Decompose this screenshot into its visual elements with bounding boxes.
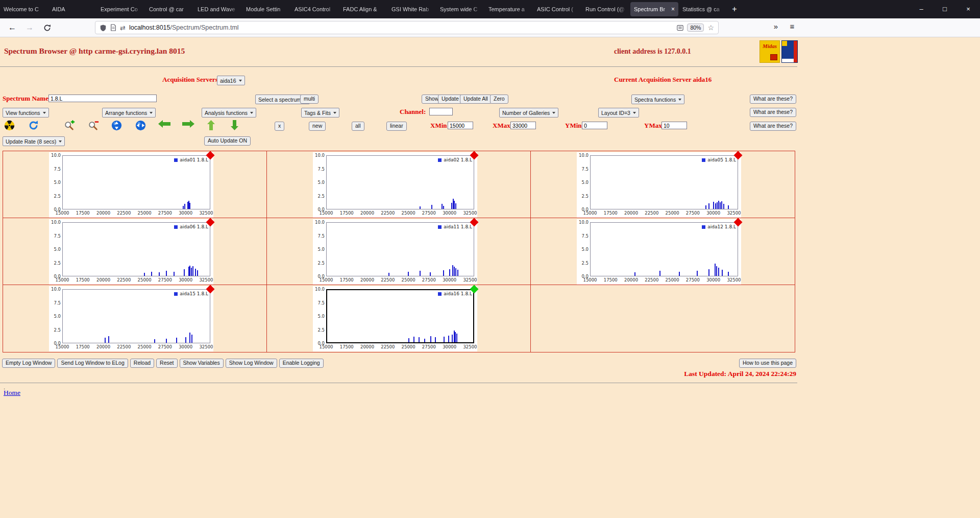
analysis-functions-dropdown[interactable]: Analysis functions — [202, 108, 256, 117]
enable-logging-button[interactable]: Enable Logging — [279, 359, 324, 368]
pan-down-icon[interactable] — [231, 120, 238, 130]
shield-icon[interactable] — [100, 24, 107, 32]
spectrum-plot-aida12[interactable]: 10.07.55.02.50.0150001750020000225002500… — [577, 219, 741, 285]
forward-button[interactable]: → — [22, 20, 37, 35]
xmax-input[interactable] — [510, 122, 536, 129]
institute-logo-red — [794, 41, 797, 62]
new-tab-button[interactable]: + — [727, 2, 742, 16]
ymax-input[interactable] — [662, 122, 687, 129]
toolbar-overflow-icon[interactable]: » — [770, 22, 782, 31]
how-to-use-button[interactable]: How to use this page — [739, 359, 796, 368]
reload-icon[interactable] — [40, 20, 54, 35]
spectra-functions-dropdown[interactable]: Spectra functions — [631, 95, 684, 104]
tags-fits-dropdown[interactable]: Tags & Fits — [301, 108, 339, 117]
acquisition-server-select[interactable]: aida16 — [217, 76, 245, 85]
linear-button[interactable]: linear — [386, 122, 407, 131]
spectrum-plot-aida11[interactable]: 10.07.55.02.50.0150001750020000225002500… — [313, 219, 477, 285]
update-all-button[interactable]: Update All — [460, 95, 492, 104]
page-info-icon[interactable] — [110, 24, 116, 31]
spectrum-plot-aida16[interactable]: 10.07.55.02.50.0150001750020000225002500… — [313, 286, 477, 351]
tab-welcome-to-c[interactable]: Welcome to C — [0, 2, 48, 16]
tab-run-control[interactable]: Run Control (@ — [582, 2, 630, 16]
tab-aida[interactable]: AIDA — [48, 2, 96, 16]
zoom-out-icon[interactable] — [88, 120, 99, 131]
window-close-button[interactable]: × — [957, 0, 980, 18]
bookmark-star-icon[interactable]: ☆ — [707, 23, 714, 32]
expand-y-icon[interactable] — [111, 120, 122, 131]
legend-text: aida01 1.8.L — [180, 157, 208, 162]
arrange-functions-dropdown[interactable]: Arrange functions — [102, 108, 156, 117]
app-menu-icon[interactable]: ≡ — [786, 22, 798, 31]
back-button[interactable]: ← — [5, 20, 19, 35]
tab-gsi-white-rab[interactable]: GSI White Rab — [388, 2, 436, 16]
what-are-these-button-2[interactable]: What are these? — [750, 108, 796, 117]
spectrum-plot-aida05[interactable]: 10.07.55.02.50.0150001750020000225002500… — [577, 152, 741, 218]
tab-experiment-co[interactable]: Experiment Co — [97, 2, 145, 16]
show-log-window-button[interactable]: Show Log Window — [226, 359, 277, 368]
zoom-in-icon[interactable] — [64, 120, 75, 131]
tab-system-wide-c[interactable]: System wide C — [436, 2, 484, 16]
pan-right-icon[interactable] — [182, 120, 194, 128]
auto-update-button[interactable]: Auto Update ON — [204, 136, 251, 146]
arrange-functions-value: Arrange functions — [105, 110, 147, 116]
tab-asic-control[interactable]: ASIC Control ( — [533, 2, 581, 16]
multi-button[interactable]: multi — [300, 95, 318, 104]
what-are-these-button-1[interactable]: What are these? — [750, 95, 796, 104]
zoom-level-badge[interactable]: 80% — [687, 23, 704, 32]
refresh-icon[interactable] — [28, 120, 39, 131]
all-button[interactable]: all — [352, 122, 364, 131]
spectrum-plot-aida06[interactable]: 10.07.55.02.50.0150001750020000225002500… — [49, 219, 213, 285]
tab-control-car[interactable]: Control @ car — [145, 2, 193, 16]
galleries-dropdown[interactable]: Number of Galleries — [499, 108, 558, 117]
institute-logo[interactable] — [781, 40, 798, 63]
update-rate-dropdown[interactable]: Update Rate (8 secs) — [3, 136, 65, 146]
reset-button[interactable]: Reset — [156, 359, 177, 368]
tab-spectrum-br[interactable]: Spectrum Br× — [630, 2, 678, 16]
zero-button[interactable]: Zero — [490, 95, 508, 104]
histogram-spike — [454, 201, 455, 209]
plot-frame — [590, 155, 738, 209]
empty-log-window-button[interactable]: Empty Log Window — [2, 359, 55, 368]
tab-statistics-ca[interactable]: Statistics @ ca — [679, 2, 727, 16]
home-link[interactable]: Home — [4, 389, 20, 397]
window-maximize-button[interactable]: □ — [933, 0, 957, 18]
new-button[interactable]: new — [309, 122, 326, 131]
channel-input[interactable] — [429, 108, 453, 115]
x-tick-label: 22500 — [642, 210, 662, 216]
x-tick-label: 22500 — [114, 344, 134, 349]
galleries-value: Number of Galleries — [502, 110, 550, 116]
spectrum-plot-aida02[interactable]: 10.07.55.02.50.0150001750020000225002500… — [313, 152, 477, 218]
tab-asic4-control[interactable]: ASIC4 Control — [291, 2, 339, 16]
tab-temperature-a[interactable]: Temperature a — [485, 2, 533, 16]
tab-close-icon[interactable]: × — [671, 2, 675, 16]
spectrum-plot-aida15[interactable]: 10.07.55.02.50.0150001750020000225002500… — [49, 286, 213, 351]
x-button[interactable]: x — [275, 122, 284, 131]
show-variables-button[interactable]: Show Variables — [180, 359, 224, 368]
pan-left-icon[interactable] — [158, 120, 170, 128]
spectrum-plot-aida01[interactable]: 10.07.55.02.50.0150001750020000225002500… — [49, 152, 213, 218]
legend-text: aida16 1.8.L — [444, 291, 472, 296]
what-are-these-button-3[interactable]: What are these? — [750, 122, 796, 131]
ymin-input[interactable] — [582, 122, 607, 129]
view-functions-dropdown[interactable]: View functions — [3, 108, 49, 117]
expand-x-icon[interactable] — [135, 120, 146, 131]
reader-view-icon[interactable] — [677, 25, 683, 31]
window-minimize-button[interactable]: – — [910, 0, 933, 18]
radiation-icon[interactable] — [4, 120, 15, 131]
layout-dropdown[interactable]: Layout ID=3 — [598, 108, 639, 117]
tab-module-settin[interactable]: Module Settin — [242, 2, 290, 16]
reload-button[interactable]: Reload — [130, 359, 154, 368]
update-button[interactable]: Update — [438, 95, 462, 104]
tab-fadc-align[interactable]: FADC Align & — [339, 2, 387, 16]
histogram-spike — [191, 268, 192, 276]
send-log-window-to-elog-button[interactable]: Send Log Window to ELog — [57, 359, 128, 368]
plot-frame — [62, 222, 210, 276]
xmin-input[interactable] — [448, 122, 473, 129]
tab-led-and-wave[interactable]: LED and Wave — [194, 2, 242, 16]
x-tick-label: 32500 — [197, 210, 216, 216]
spectrum-name-input[interactable] — [48, 95, 157, 102]
url-bar[interactable]: ⇄ localhost:8015 /Spectrum/Spectrum.tml … — [95, 21, 719, 34]
midas-logo[interactable]: Midas — [760, 40, 780, 63]
pan-up-icon[interactable] — [207, 120, 215, 130]
y-tick-label: 7.5 — [49, 233, 61, 239]
